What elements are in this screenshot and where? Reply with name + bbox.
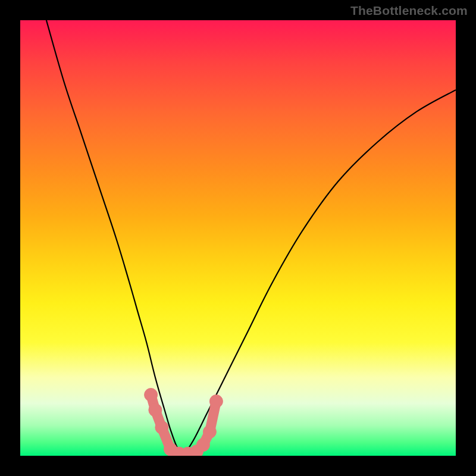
data-marker [145,389,158,402]
data-marker [203,425,216,439]
data-marker [155,421,168,434]
chart-svg [20,20,456,456]
chart-stage: TheBottleneck.com [0,0,476,476]
data-marker [209,395,223,408]
left-curve [46,20,184,456]
right-curve [184,90,456,456]
watermark-text: TheBottleneck.com [350,4,468,18]
data-marker [149,403,162,416]
plot-area [20,20,456,456]
data-marker [196,439,209,452]
